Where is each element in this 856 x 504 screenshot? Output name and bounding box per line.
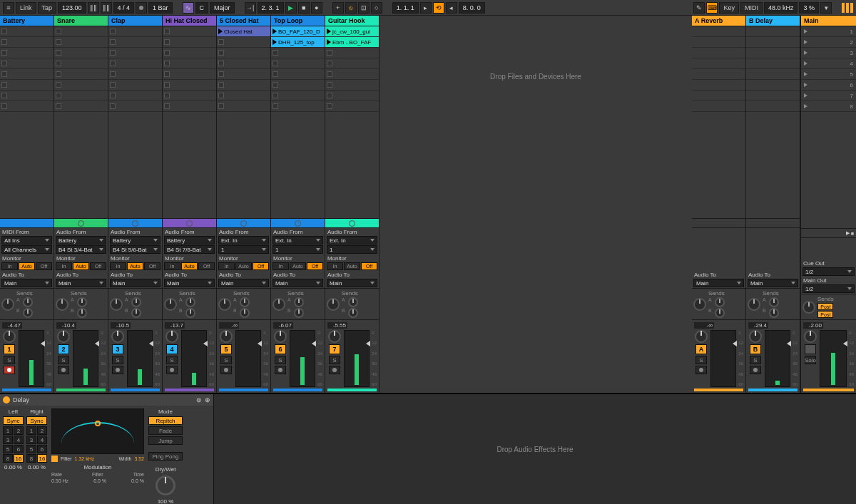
clip-play-icon[interactable] [272, 29, 277, 34]
monitor-off-button[interactable]: Off [36, 262, 52, 270]
beat-2-button[interactable]: 2 [14, 426, 24, 435]
root-note-field[interactable]: C [195, 2, 209, 14]
input-channel-select[interactable]: B4 St 5/6-Bat [110, 245, 160, 254]
arm-button[interactable] [696, 366, 707, 374]
track-number-button[interactable]: 6 [275, 344, 286, 354]
position-field[interactable]: 2. 3. 1 [258, 2, 284, 14]
input-channel-select[interactable]: 1 [272, 245, 323, 254]
clip-slot[interactable] [217, 69, 270, 80]
stop-icon[interactable] [110, 82, 116, 88]
clip-slot[interactable] [54, 48, 108, 58]
clip-slot[interactable] [0, 37, 54, 48]
monitor-in-button[interactable]: In [1, 262, 18, 270]
output-select[interactable]: Main [110, 279, 160, 287]
monitor-auto-button[interactable]: Auto [181, 262, 198, 270]
clip-slot[interactable] [271, 91, 325, 101]
arrangement-pos-field[interactable]: 1. 1. 1 [392, 2, 419, 14]
tempo-field[interactable]: 123.00 [58, 2, 86, 14]
session-view-icon-3[interactable] [850, 3, 853, 13]
input-channel-select[interactable]: B4 St 3/4-Bat [56, 245, 106, 254]
stop-button[interactable]: ■ [298, 2, 310, 14]
track-header[interactable]: Hi Hat Closed [163, 16, 216, 26]
clip-slot[interactable] [271, 58, 325, 69]
monitor-auto-button[interactable]: Auto [19, 262, 35, 270]
volume-fader[interactable] [127, 330, 153, 387]
mod-rate-value[interactable]: 0.50 Hz [51, 478, 68, 483]
scene-slot[interactable]: 8 [801, 101, 856, 112]
monitor-in-button[interactable]: In [218, 262, 235, 270]
input-source-select[interactable]: Battery [164, 236, 215, 245]
output-select[interactable]: Main [1, 279, 52, 287]
clip-slot[interactable] [217, 91, 270, 101]
track-header[interactable]: Battery [0, 16, 54, 26]
main-activator[interactable]: ▶■ [801, 228, 856, 238]
clip-slot[interactable] [54, 26, 108, 37]
scene-play-icon[interactable] [804, 29, 807, 34]
stop-icon[interactable] [218, 71, 224, 77]
stop-icon[interactable] [272, 50, 278, 56]
metronome-icon[interactable] [136, 2, 147, 14]
session-view-icon[interactable] [842, 3, 845, 13]
solo-button[interactable]: S [275, 356, 286, 364]
input-source-select[interactable]: Battery [56, 236, 106, 245]
track-number-button[interactable]: 4 [166, 344, 178, 354]
pan-knob[interactable] [57, 330, 70, 343]
monitor-in-button[interactable]: In [164, 262, 180, 270]
clip-slot[interactable] [163, 48, 216, 58]
clip-play-icon[interactable] [327, 29, 331, 34]
clip-slot[interactable] [325, 58, 379, 69]
stop-icon[interactable] [1, 82, 7, 88]
send-a-knob[interactable] [23, 297, 33, 307]
stop-icon[interactable] [272, 71, 278, 77]
stop-icon[interactable] [218, 93, 224, 98]
monitor-in-button[interactable]: In [56, 262, 72, 270]
scene-play-icon[interactable] [804, 61, 807, 66]
clip-slot[interactable] [325, 101, 379, 112]
monitor-off-button[interactable]: Off [307, 262, 323, 270]
clip-slot[interactable] [0, 80, 54, 91]
track-header[interactable]: Top Loop [271, 16, 325, 26]
send-a-knob[interactable] [715, 297, 725, 307]
device-hotswap-icon[interactable]: ⊕ [205, 396, 210, 403]
scene-slot[interactable]: 7 [801, 91, 856, 101]
beat-16-button[interactable]: 16 [14, 454, 24, 463]
stop-icon[interactable] [272, 103, 278, 109]
stop-icon[interactable] [218, 82, 224, 88]
arm-button[interactable] [329, 366, 340, 374]
pan-knob[interactable] [56, 298, 68, 311]
scene-slot[interactable]: 1 [801, 26, 856, 37]
beat-2-button[interactable]: 2 [37, 426, 47, 435]
clip-play-icon[interactable] [272, 39, 277, 45]
volume-fader[interactable] [290, 330, 315, 387]
beat-8-button[interactable]: 8 [26, 454, 36, 463]
clip-slot[interactable]: DHR_125_top [271, 37, 325, 48]
filter-on-icon[interactable] [51, 456, 58, 462]
clip-slot[interactable] [217, 101, 270, 112]
stop-icon[interactable] [56, 93, 61, 98]
quantize-field[interactable]: 1 Bar [148, 2, 173, 14]
send-a-knob[interactable] [131, 297, 141, 307]
stop-icon[interactable] [218, 103, 224, 109]
track-number-button[interactable]: 5 [220, 344, 232, 354]
clip-slot[interactable] [54, 69, 108, 80]
stop-icon[interactable] [110, 39, 116, 45]
clip-slot[interactable] [163, 26, 216, 37]
play-button[interactable]: ▶ [285, 2, 297, 14]
clip-slot[interactable] [108, 101, 162, 112]
monitor-auto-button[interactable]: Auto [290, 262, 306, 270]
output-select[interactable]: Main [164, 279, 215, 287]
stop-icon[interactable] [56, 29, 61, 34]
left-sync-button[interactable]: Sync [3, 416, 24, 425]
return-header[interactable]: A Reverb [692, 16, 745, 26]
scene-play-icon[interactable] [804, 72, 807, 76]
stop-icon[interactable] [164, 39, 170, 45]
device-save-icon[interactable]: ⊚ [196, 396, 202, 403]
clip-slot[interactable] [217, 80, 270, 91]
clip-slot[interactable] [163, 91, 216, 101]
stop-icon[interactable] [1, 61, 7, 66]
capture-icon[interactable]: ⊡ [358, 2, 370, 14]
clip-slot[interactable] [325, 80, 379, 91]
monitor-in-button[interactable]: In [327, 262, 343, 270]
beat-6-button[interactable]: 6 [14, 445, 24, 453]
mode-fade-button[interactable]: Fade [148, 426, 183, 435]
